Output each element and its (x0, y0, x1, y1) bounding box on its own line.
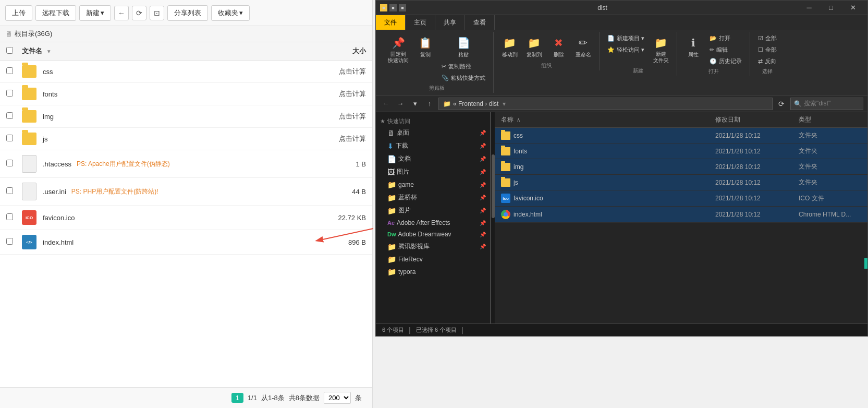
file-row[interactable]: img 点击计算 (0, 105, 372, 128)
window-title: dist (409, 4, 796, 11)
sidebar-item-typora[interactable]: 📁 typora (376, 266, 490, 278)
preview-button[interactable]: ⊡ (150, 6, 164, 20)
maximize-button[interactable]: □ (821, 1, 841, 15)
file-date: 2021/1/28 10:12 (715, 211, 799, 218)
select-all-button[interactable]: ☑全部 (754, 33, 780, 44)
sidebar-item-desktop[interactable]: 🖥 桌面 📌 (376, 126, 490, 139)
sidebar-item-pictures2[interactable]: 📁 图片 📌 (376, 204, 490, 217)
sidebar-item-tencent-video[interactable]: 📁 腾讯影视库 📌 (376, 240, 490, 253)
invert-selection-button[interactable]: ⇄反向 (754, 56, 780, 67)
properties-button[interactable]: ℹ 属性 (681, 33, 705, 61)
new-folder-button[interactable]: 📁 新建文件夹 (649, 33, 673, 66)
folder-icon (501, 163, 510, 171)
tab-view[interactable]: 查看 (465, 15, 495, 30)
sidebar-item-filerecv[interactable]: 📁 FileRecv (376, 253, 490, 266)
file-list-row[interactable]: fonts 2021/1/28 10:12 文件夹 (495, 143, 867, 159)
tab-home[interactable]: 主页 (406, 15, 435, 30)
nav-back-button[interactable]: ← (380, 98, 392, 110)
remote-download-button[interactable]: 远程下载 (35, 5, 76, 21)
open-button[interactable]: 📂打开 (706, 33, 745, 44)
paste-button[interactable]: 📄 粘贴 (452, 33, 475, 61)
sidebar-item-pictures[interactable]: 🖼 图片 📌 (376, 165, 490, 178)
header-checkbox[interactable] (6, 47, 22, 55)
file-date: 2021/1/28 10:12 (715, 132, 799, 139)
rename-icon: ✏ (576, 35, 591, 50)
clipboard-label: 剪贴板 (429, 85, 445, 92)
file-list-row[interactable]: css 2021/1/28 10:12 文件夹 (495, 128, 867, 143)
nav-refresh-button[interactable]: ⟳ (776, 98, 787, 110)
favorites-button[interactable]: 收藏夹 ▾ (211, 5, 250, 21)
nav-forward-button[interactable]: → (395, 98, 406, 110)
file-row[interactable]: .user.ini PS: PHP用户配置文件(防跨站)! 44 B (0, 178, 372, 206)
sidebar-item-dw[interactable]: Dw Adobe Dreamweav 📌 (376, 229, 490, 240)
col-header-type[interactable]: 类型 (799, 115, 861, 124)
new-group: 📄新建项目 ▾ ⭐轻松访问 ▾ 📁 新建文件夹 新建 (600, 32, 677, 76)
refresh-button[interactable]: ⟳ (132, 6, 146, 20)
history-button[interactable]: 🕐历史记录 (706, 56, 745, 67)
file-list: 名称 ∧ 修改日期 类型 css 2021/1/28 10:12 文件夹 fon… (495, 112, 867, 323)
file-list-row[interactable]: index.html 2021/1/28 10:12 Chrome HTML D… (495, 207, 867, 223)
sidebar-item-lanqiao[interactable]: 📁 蓝桥杯 📌 (376, 191, 490, 204)
folder-icon-tree: 📁 (387, 207, 396, 215)
file-type: 文件夹 (799, 131, 861, 140)
header-name[interactable]: 文件名 ▼ (22, 46, 303, 56)
search-box[interactable]: 🔍 搜索"dist" (790, 98, 863, 110)
sidebar-item-ae[interactable]: Ae Adobe After Effects 📌 (376, 217, 490, 229)
sidebar-item-game[interactable]: 📁 game 📌 (376, 178, 490, 191)
select-none-button[interactable]: ☐全部 (754, 44, 780, 55)
file-row[interactable]: js 点击计算 (0, 128, 372, 150)
move-to-button[interactable]: 📁 移动到 (498, 33, 521, 61)
nav-up-button[interactable]: ↑ (424, 98, 435, 110)
col-header-date[interactable]: 修改日期 (715, 115, 799, 124)
file-row[interactable]: .htaccess PS: Apache用户配置文件(伪静态) 1 B (0, 150, 372, 178)
navigation-bar: ← → ▾ ↑ 📁 « Frontend › dist ▾ ⟳ 🔍 搜索"dis… (376, 95, 867, 112)
folder-icon (501, 131, 510, 140)
copy-to-button[interactable]: 📁 复制到 (522, 33, 546, 61)
path-breadcrumb[interactable]: 📁 « Frontend › dist ▾ (438, 98, 773, 110)
sidebar-item-downloads[interactable]: ⬇ 下载 📌 (376, 139, 490, 152)
create-button[interactable]: 新建 ▾ (79, 5, 111, 21)
copy-button[interactable]: 📋 复制 (413, 33, 437, 61)
minimize-button[interactable]: ─ (799, 1, 820, 15)
file-row[interactable]: css 点击计算 (0, 61, 372, 83)
disk-icon: 🖥 (5, 30, 13, 38)
file-row[interactable]: ICO favicon.ico 22.72 KB (0, 206, 372, 230)
clipboard-group: 📌 固定到快速访问 📋 复制 📄 (380, 32, 494, 93)
col-header-name[interactable]: 名称 ∧ (501, 115, 715, 124)
sidebar-scrollbar[interactable] (491, 112, 495, 323)
per-page-select[interactable]: 200 100 50 (324, 392, 351, 404)
file-list-row[interactable]: img 2021/1/28 10:12 文件夹 (495, 159, 867, 175)
tab-file[interactable]: 文件 (376, 15, 406, 30)
edit-button[interactable]: ✏编辑 (706, 44, 745, 55)
file-list-row[interactable]: js 2021/1/28 10:12 文件夹 (495, 175, 867, 190)
separator-2: │ (461, 327, 464, 333)
status-bar: 6 个项目 │ 已选择 6 个项目 │ (376, 323, 867, 336)
sidebar-item-documents[interactable]: 📄 文档 📌 (376, 152, 490, 165)
close-button[interactable]: ✕ (842, 1, 863, 15)
file-type: 文件夹 (799, 178, 861, 187)
organize-label: 组织 (541, 62, 552, 69)
copy-path-button[interactable]: ✂复制路径 (438, 61, 489, 72)
file-list-row[interactable]: ico favicon.ico 2021/1/28 10:12 ICO 文件 (495, 190, 867, 207)
dw-icon: Dw (387, 231, 396, 237)
green-scroll-indicator (864, 258, 867, 269)
file-list-header: 名称 ∧ 修改日期 类型 (495, 112, 867, 128)
pin-icon: 📌 (391, 35, 406, 50)
back-button[interactable]: ← (114, 6, 129, 20)
file-row[interactable]: </> index.html 896 B (0, 230, 372, 255)
paste-shortcut-button[interactable]: 📎粘贴快捷方式 (438, 73, 489, 83)
current-page[interactable]: 1 (231, 393, 243, 403)
left-toolbar: 上传 远程下载 新建 ▾ ← ⟳ ⊡ 分享列表 收藏夹 ▾ (0, 0, 372, 26)
tab-share[interactable]: 共享 (435, 15, 465, 30)
file-row[interactable]: fonts 点击计算 (0, 83, 372, 105)
upload-button[interactable]: 上传 (5, 5, 32, 21)
rename-button[interactable]: ✏ 重命名 (571, 33, 595, 61)
new-item-button[interactable]: 📄新建项目 ▾ (604, 33, 648, 44)
delete-button[interactable]: ✖ 删除 (547, 33, 570, 61)
share-list-button[interactable]: 分享列表 (167, 5, 208, 21)
pin-quick-access-button[interactable]: 📌 固定到快速访问 (384, 33, 412, 66)
copy-to-icon: 📁 (527, 35, 542, 50)
header-size[interactable]: 大小 (303, 46, 366, 56)
nav-dropdown-button[interactable]: ▾ (409, 98, 421, 110)
easy-access-button[interactable]: ⭐轻松访问 ▾ (604, 44, 648, 55)
